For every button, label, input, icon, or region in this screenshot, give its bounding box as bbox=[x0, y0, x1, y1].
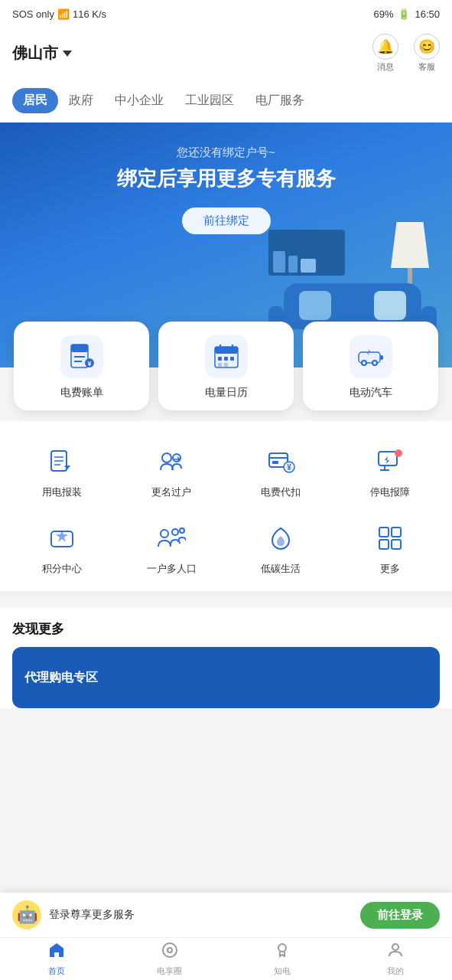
svg-text:¥: ¥ bbox=[87, 360, 91, 368]
bell-icon: 🔔 bbox=[372, 34, 398, 60]
tab-industrial[interactable]: 工业园区 bbox=[174, 88, 245, 113]
service-button[interactable]: 😊 客服 bbox=[414, 34, 440, 73]
service-auto-pay[interactable]: ¥ 电费代扣 bbox=[226, 436, 336, 507]
discover-card-text: 代理购电专区 bbox=[24, 670, 98, 686]
status-right: 69% 🔋 16:50 bbox=[373, 8, 440, 20]
tab-sme[interactable]: 中小企业 bbox=[104, 88, 174, 113]
more-icon bbox=[372, 521, 408, 556]
svg-point-25 bbox=[162, 453, 171, 462]
points-icon bbox=[44, 521, 80, 556]
svg-rect-11 bbox=[224, 357, 228, 361]
svg-point-48 bbox=[278, 944, 286, 952]
svg-point-47 bbox=[167, 948, 172, 952]
service-outage-report[interactable]: 停电报障 bbox=[335, 436, 444, 507]
bottom-navigation: 首页 电享圈 知电 我的 bbox=[0, 937, 452, 980]
auto-pay-icon: ¥ bbox=[263, 444, 298, 479]
svg-rect-41 bbox=[379, 528, 389, 537]
energy-calendar-icon bbox=[205, 335, 248, 378]
profile-icon bbox=[386, 941, 405, 964]
home-label: 首页 bbox=[48, 965, 65, 977]
service-grid: 用电报装 更名过户 ¥ bbox=[8, 436, 444, 583]
quick-card-ev[interactable]: 电动汽车 bbox=[303, 322, 438, 410]
svg-point-19 bbox=[373, 361, 376, 364]
bottom-nav-home[interactable]: 首页 bbox=[0, 938, 113, 980]
notification-label: 消息 bbox=[377, 61, 394, 73]
svg-rect-43 bbox=[379, 540, 389, 549]
svg-text:¥: ¥ bbox=[287, 463, 291, 472]
city-name: 佛山市 bbox=[12, 43, 58, 64]
svg-rect-42 bbox=[392, 528, 401, 537]
discover-card[interactable]: 代理购电专区 bbox=[12, 647, 440, 708]
quick-card-energy-calendar[interactable]: 电量日历 bbox=[158, 322, 294, 410]
shelf-item bbox=[288, 256, 298, 273]
time-text: 16:50 bbox=[415, 8, 440, 20]
svg-point-18 bbox=[363, 361, 366, 364]
name-transfer-icon bbox=[154, 444, 189, 479]
pillow bbox=[299, 291, 331, 320]
chevron-down-icon bbox=[63, 51, 72, 57]
service-name-transfer[interactable]: 更名过户 bbox=[117, 436, 226, 507]
svg-point-39 bbox=[172, 529, 178, 535]
ev-icon bbox=[350, 335, 392, 378]
login-banner-left: 🤖 登录尊享更多服务 bbox=[12, 900, 135, 929]
svg-rect-32 bbox=[379, 452, 397, 466]
status-bar: SOS only 📶 116 K/s 69% 🔋 16:50 bbox=[0, 0, 452, 28]
shelf-decoration bbox=[268, 230, 345, 276]
svg-rect-1 bbox=[71, 345, 88, 352]
electricity-bill-label: 电费账单 bbox=[60, 386, 103, 400]
circle-icon bbox=[161, 941, 179, 964]
login-banner: 🤖 登录尊享更多服务 前往登录 bbox=[0, 893, 452, 937]
profile-label: 我的 bbox=[387, 965, 404, 977]
tab-power-plant[interactable]: 电厂服务 bbox=[245, 88, 315, 113]
svg-rect-12 bbox=[230, 357, 234, 361]
shelf-item bbox=[273, 251, 285, 273]
svg-rect-13 bbox=[218, 363, 222, 367]
more-label: 更多 bbox=[380, 562, 400, 576]
knowledge-label: 知电 bbox=[274, 965, 291, 977]
header-actions: 🔔 消息 😊 客服 bbox=[372, 34, 440, 73]
outage-report-label: 停电报障 bbox=[370, 485, 410, 499]
low-carbon-label: 低碳生活 bbox=[261, 562, 301, 576]
service-section: 用电报装 更名过户 ¥ bbox=[0, 421, 452, 591]
electricity-install-label: 用电报装 bbox=[42, 485, 82, 499]
circle-label: 电享圈 bbox=[157, 965, 182, 977]
svg-point-40 bbox=[180, 528, 184, 533]
notification-button[interactable]: 🔔 消息 bbox=[372, 34, 398, 73]
customer-service-icon: 😊 bbox=[414, 34, 440, 60]
service-more[interactable]: 更多 bbox=[335, 513, 444, 583]
shelf-item bbox=[301, 259, 316, 273]
electricity-bill-icon: ¥ bbox=[60, 335, 103, 378]
svg-point-38 bbox=[161, 530, 168, 537]
service-electricity-install[interactable]: 用电报装 bbox=[8, 436, 117, 507]
bottom-nav-circle[interactable]: 电享圈 bbox=[113, 938, 226, 980]
bottom-nav-profile[interactable]: 我的 bbox=[339, 938, 452, 980]
battery-text: 69% bbox=[373, 8, 393, 20]
svg-rect-14 bbox=[224, 363, 228, 367]
city-selector[interactable]: 佛山市 bbox=[12, 43, 72, 64]
svg-rect-20 bbox=[380, 355, 383, 360]
hero-title: 绑定后享用更多专有服务 bbox=[18, 166, 434, 192]
service-low-carbon[interactable]: 低碳生活 bbox=[226, 513, 336, 583]
low-carbon-icon bbox=[263, 521, 298, 556]
points-label: 积分中心 bbox=[42, 562, 82, 576]
multi-person-icon bbox=[154, 521, 189, 556]
svg-point-33 bbox=[395, 449, 402, 457]
svg-point-49 bbox=[392, 944, 398, 950]
svg-rect-44 bbox=[392, 540, 401, 549]
service-multi-person[interactable]: 一户多人口 bbox=[117, 513, 226, 583]
energy-calendar-label: 电量日历 bbox=[205, 386, 248, 400]
svg-point-46 bbox=[163, 943, 177, 957]
tab-resident[interactable]: 居民 bbox=[12, 88, 58, 113]
name-transfer-label: 更名过户 bbox=[151, 485, 191, 499]
ev-label: 电动汽车 bbox=[350, 386, 392, 400]
service-points[interactable]: 积分中心 bbox=[8, 513, 117, 583]
quick-card-electricity-bill[interactable]: ¥ 电费账单 bbox=[14, 322, 149, 410]
bottom-spacer bbox=[0, 708, 452, 800]
svg-rect-10 bbox=[218, 357, 222, 361]
discover-title: 发现更多 bbox=[12, 620, 440, 638]
bottom-nav-knowledge[interactable]: 知电 bbox=[226, 938, 340, 980]
quick-cards: ¥ 电费账单 电量日历 bbox=[0, 322, 452, 410]
tab-government[interactable]: 政府 bbox=[58, 88, 104, 113]
login-button[interactable]: 前往登录 bbox=[360, 902, 440, 929]
multi-person-label: 一户多人口 bbox=[147, 562, 197, 576]
